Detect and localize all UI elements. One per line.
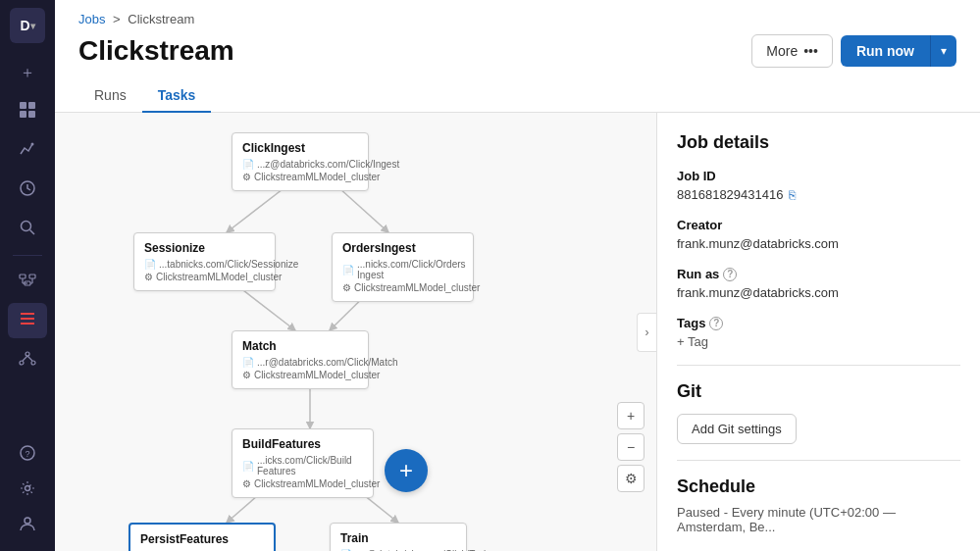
sidebar-item-search[interactable] bbox=[8, 212, 47, 247]
sidebar-item-history[interactable] bbox=[8, 173, 47, 208]
task-node-title: ClickIngest bbox=[242, 141, 358, 155]
svg-point-26 bbox=[25, 518, 30, 524]
schedule-value: Paused - Every minute (UTC+02:00 — Amste… bbox=[677, 505, 960, 534]
sidebar-item-workflow[interactable] bbox=[8, 264, 47, 299]
workflow-icon bbox=[19, 271, 36, 292]
zoom-out-icon: − bbox=[627, 439, 635, 455]
cluster-icon: ⚙ bbox=[242, 172, 251, 182]
add-tag-button[interactable]: + Tag bbox=[677, 334, 960, 349]
file-icon: 📄 bbox=[242, 357, 254, 368]
breadcrumb: Jobs > Clickstream bbox=[78, 12, 956, 26]
run-as-label: Run as ? bbox=[677, 267, 960, 281]
copy-id-button[interactable]: ⎘ bbox=[789, 188, 796, 202]
svg-line-7 bbox=[30, 230, 35, 235]
svg-rect-2 bbox=[20, 111, 26, 118]
zoom-in-icon: + bbox=[627, 408, 635, 424]
task-node-title: BuildFeatures bbox=[242, 437, 363, 451]
svg-point-4 bbox=[31, 143, 34, 146]
file-icon: 📄 bbox=[242, 461, 254, 472]
content-area: ClickIngest 📄 ...z@databricks.com/Click/… bbox=[55, 113, 980, 551]
more-button[interactable]: More ••• bbox=[751, 34, 833, 68]
task-node-build-features[interactable]: BuildFeatures 📄 ...icks.com/Click/Build … bbox=[232, 428, 374, 498]
task-node-title: OrdersIngest bbox=[342, 241, 463, 255]
svg-text:?: ? bbox=[26, 449, 30, 459]
run-now-group: Run now ▾ bbox=[841, 35, 956, 67]
section-divider-2 bbox=[677, 460, 960, 461]
add-task-button[interactable]: + bbox=[385, 449, 428, 492]
run-now-button[interactable]: Run now bbox=[841, 35, 930, 67]
help-icon: ? bbox=[19, 444, 36, 466]
task-node-orders-ingest[interactable]: OrdersIngest 📄 ...nicks.com/Click/Orders… bbox=[332, 232, 474, 302]
sidebar-item-jobs[interactable] bbox=[8, 303, 47, 338]
more-label: More bbox=[766, 43, 798, 59]
history-icon bbox=[19, 179, 36, 201]
sidebar-item-help[interactable]: ? bbox=[8, 437, 47, 473]
file-icon: 📄 bbox=[144, 259, 156, 270]
sidebar-bottom: ? bbox=[8, 437, 47, 543]
sidebar-item-ml[interactable] bbox=[8, 342, 47, 377]
graph-controls: + − ⚙ bbox=[617, 402, 645, 492]
task-node-detail1: 📄 ...r@databricks.com/Click/Match bbox=[242, 357, 358, 368]
task-node-detail2: ⚙ ClickstreamMLModel_cluster bbox=[342, 282, 463, 293]
tab-tasks[interactable]: Tasks bbox=[142, 79, 212, 113]
grid-icon bbox=[19, 101, 36, 123]
plus-icon: + bbox=[399, 457, 413, 484]
creator-label: Creator bbox=[677, 218, 960, 232]
job-details-title: Job details bbox=[677, 132, 960, 153]
run-now-dropdown-button[interactable]: ▾ bbox=[930, 35, 956, 67]
header: Jobs > Clickstream Clickstream More ••• … bbox=[55, 0, 980, 113]
section-divider-1 bbox=[677, 365, 960, 366]
add-git-settings-button[interactable]: Add Git settings bbox=[677, 414, 797, 444]
jobs-icon bbox=[19, 310, 36, 331]
svg-line-22 bbox=[27, 356, 32, 361]
task-node-detail1: 📄 ...tabnicks.com/Click/Sessionize bbox=[144, 259, 265, 270]
task-node-detail1: 📄 ...z@databricks.com/Click/Ingest bbox=[242, 159, 358, 170]
task-node-match[interactable]: Match 📄 ...r@databricks.com/Click/Match … bbox=[232, 330, 369, 389]
task-node-detail2: ⚙ ClickstreamMLModel_cluster bbox=[144, 272, 265, 282]
ml-icon bbox=[19, 349, 36, 371]
svg-rect-9 bbox=[29, 275, 35, 278]
sidebar-item-analytics[interactable] bbox=[8, 133, 47, 169]
task-node-detail2: ⚙ ClickstreamMLModel_cluster bbox=[242, 172, 358, 182]
more-dots-icon: ••• bbox=[803, 43, 818, 59]
graph-area: ClickIngest 📄 ...z@databricks.com/Click/… bbox=[55, 113, 656, 551]
breadcrumb-jobs-link[interactable]: Jobs bbox=[78, 12, 105, 26]
chevron-down-icon: ▾ bbox=[941, 44, 947, 58]
analytics-icon bbox=[19, 140, 36, 162]
tags-help-icon[interactable]: ? bbox=[709, 317, 723, 330]
sidebar-item-add[interactable]: ＋ bbox=[8, 55, 47, 90]
svg-rect-3 bbox=[28, 111, 35, 118]
title-row: Clickstream More ••• Run now ▾ bbox=[78, 34, 956, 68]
task-node-title: Sessionize bbox=[144, 241, 265, 255]
cluster-icon: ⚙ bbox=[242, 370, 251, 380]
run-as-help-icon[interactable]: ? bbox=[723, 268, 737, 281]
sidebar-item-settings[interactable] bbox=[8, 473, 47, 508]
add-icon: ＋ bbox=[20, 63, 35, 83]
tags-field: Tags ? + Tag bbox=[677, 316, 960, 349]
sidebar-logo[interactable]: D ▾ bbox=[10, 8, 45, 43]
expand-panel-button[interactable]: › bbox=[637, 313, 656, 352]
git-title: Git bbox=[677, 381, 960, 402]
sidebar-divider bbox=[13, 255, 42, 256]
tab-runs[interactable]: Runs bbox=[78, 79, 142, 113]
main-content: Jobs > Clickstream Clickstream More ••• … bbox=[55, 0, 980, 551]
sidebar: D ▾ ＋ bbox=[0, 0, 55, 551]
zoom-in-button[interactable]: + bbox=[617, 402, 645, 429]
graph-settings-button[interactable]: ⚙ bbox=[617, 465, 645, 492]
zoom-out-button[interactable]: − bbox=[617, 433, 645, 461]
breadcrumb-current: Clickstream bbox=[128, 12, 194, 26]
sidebar-item-grid[interactable] bbox=[8, 94, 47, 129]
sidebar-item-user[interactable] bbox=[8, 508, 47, 543]
task-node-sessionize[interactable]: Sessionize 📄 ...tabnicks.com/Click/Sessi… bbox=[133, 232, 276, 291]
creator-value: frank.munz@databricks.com bbox=[677, 236, 960, 251]
user-icon bbox=[19, 515, 36, 536]
graph-container: ClickIngest 📄 ...z@databricks.com/Click/… bbox=[55, 113, 656, 551]
svg-point-19 bbox=[20, 361, 24, 365]
chevron-right-icon: › bbox=[645, 326, 649, 339]
task-node-persist-features[interactable]: PersistFeatures 📄 ...ks.com/Click/Persis… bbox=[129, 523, 276, 551]
task-node-click-ingest[interactable]: ClickIngest 📄 ...z@databricks.com/Click/… bbox=[232, 132, 369, 191]
job-id-value: 881681829431416 ⎘ bbox=[677, 187, 960, 202]
task-node-train[interactable]: Train 📄 ...r@databricks.com/Click/Train … bbox=[330, 523, 467, 551]
job-id-label: Job ID bbox=[677, 169, 960, 183]
graph-settings-icon: ⚙ bbox=[625, 471, 638, 486]
